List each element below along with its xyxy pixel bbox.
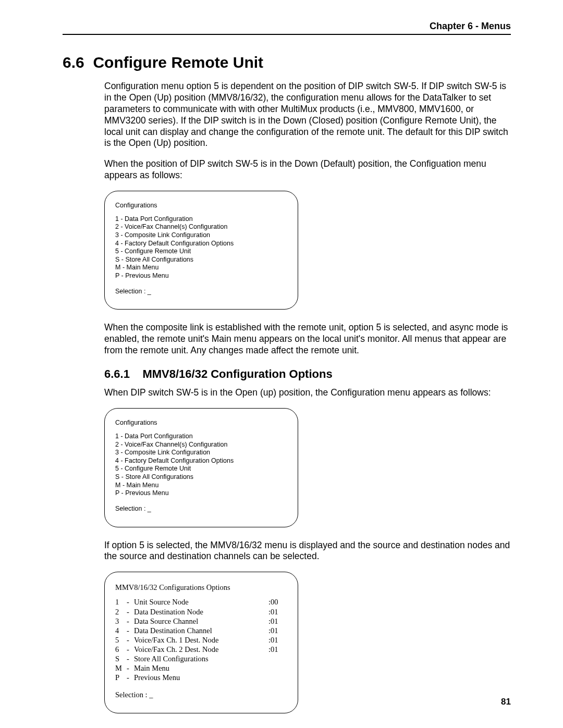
menu-prompt: Selection : _ <box>115 690 287 699</box>
menu-item: 1 - Data Port Configuration <box>115 433 287 441</box>
menu-prompt: Selection : _ <box>115 505 287 513</box>
menu-prompt: Selection : _ <box>115 288 287 296</box>
menu-item: P - Previous Menu <box>115 489 287 498</box>
body: Configuration menu option 5 is dependent… <box>104 81 511 713</box>
menu-title: Configurations <box>115 202 287 210</box>
menu-item: P - Previous Menu <box>115 272 287 280</box>
menu-item: 2 - Voice/Fax Channel(s) Configuration <box>115 441 287 449</box>
chapter-label: Chapter 6 - Menus <box>430 21 511 31</box>
menu-item: 3-Data Source Channel:01 <box>115 616 287 626</box>
subsection-number: 6.6.1 <box>104 367 130 380</box>
section-title: Configure Remote Unit <box>93 54 263 71</box>
chapter-header: Chapter 6 - Menus <box>63 21 511 35</box>
config-menu-2: Configurations 1 - Data Port Configurati… <box>104 408 298 527</box>
menu-items: 1 - Data Port Configuration 2 - Voice/Fa… <box>115 433 287 498</box>
mmv-menu: MMV8/16/32 Configurations Options 1-Unit… <box>104 572 298 713</box>
menu-item: 4 - Factory Default Configuration Option… <box>115 457 287 465</box>
paragraph: Configuration menu option 5 is dependent… <box>104 81 511 149</box>
menu-items: 1 - Data Port Configuration 2 - Voice/Fa… <box>115 215 287 280</box>
menu-item: 4 - Factory Default Configuration Option… <box>115 240 287 248</box>
menu-item: 3 - Composite Link Configuration <box>115 449 287 457</box>
menu-item: 2-Data Destination Node:01 <box>115 607 287 616</box>
menu-item: M - Main Menu <box>115 264 287 272</box>
paragraph: When the position of DIP switch SW-5 is … <box>104 158 511 181</box>
section-heading: 6.6 Configure Remote Unit <box>63 54 511 71</box>
menu-item: 5 - Configure Remote Unit <box>115 248 287 256</box>
menu-item: 5-Voice/Fax Ch. 1 Dest. Node:01 <box>115 635 287 645</box>
menu-item: M - Main Menu <box>115 482 287 490</box>
menu-item: 2 - Voice/Fax Channel(s) Configuration <box>115 223 287 231</box>
paragraph: When the composite link is established w… <box>104 322 511 356</box>
menu-items: 1-Unit Source Node:00 2-Data Destination… <box>115 597 287 682</box>
menu-item: 6-Voice/Fax Ch. 2 Dest. Node:01 <box>115 645 287 654</box>
page: Chapter 6 - Menus 6.6 Configure Remote U… <box>0 0 563 728</box>
menu-title: Configurations <box>115 419 287 427</box>
menu-item: 1-Unit Source Node:00 <box>115 597 287 607</box>
section-number: 6.6 <box>63 54 84 71</box>
menu-item: 4-Data Destination Channel:01 <box>115 626 287 635</box>
menu-item: 5 - Configure Remote Unit <box>115 465 287 473</box>
paragraph: If option 5 is selected, the MMV8/16/32 … <box>104 540 511 563</box>
menu-item: S - Store All Configurations <box>115 256 287 264</box>
paragraph: When DIP switch SW-5 is in the Open (up)… <box>104 387 511 399</box>
menu-title: MMV8/16/32 Configurations Options <box>115 583 287 592</box>
menu-item: 1 - Data Port Configuration <box>115 215 287 224</box>
menu-item: M-Main Menu <box>115 663 287 673</box>
config-menu-1: Configurations 1 - Data Port Configurati… <box>104 191 298 310</box>
menu-item: 3 - Composite Link Configuration <box>115 231 287 240</box>
menu-item: S-Store All Configurations <box>115 654 287 663</box>
subsection-title: MMV8/16/32 Configuration Options <box>142 367 332 380</box>
menu-item: S - Store All Configurations <box>115 473 287 482</box>
subsection-heading: 6.6.1 MMV8/16/32 Configuration Options <box>104 367 511 381</box>
menu-item: P-Previous Menu <box>115 673 287 682</box>
page-number: 81 <box>501 697 511 707</box>
